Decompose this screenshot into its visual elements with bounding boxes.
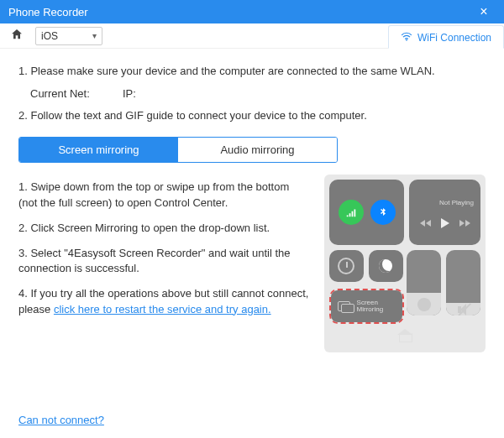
tab-audio-mirroring[interactable]: Audio mirroring — [178, 138, 337, 162]
instruction-1: 1. Swipe down from the top or swipe up f… — [18, 180, 311, 210]
network-row: Current Net: IP: — [30, 87, 486, 100]
device-select-value: iOS — [41, 30, 58, 42]
content: 1. Please make sure your device and the … — [0, 49, 504, 438]
current-net-label: Current Net: — [30, 87, 97, 100]
instruction-4: 4. If you try all the operations above b… — [18, 286, 311, 316]
mute-icon — [458, 304, 470, 315]
wifi-tab-label: WiFi Connection — [417, 32, 491, 44]
instruction-2: 2. Click Screen Mirroring to open the dr… — [18, 221, 311, 236]
home-indicator-icon — [397, 329, 412, 342]
device-select[interactable]: iOS ▾ — [35, 27, 102, 45]
window-title: Phone Recorder — [8, 6, 472, 18]
wifi-icon — [401, 31, 412, 44]
titlebar: Phone Recorder × — [0, 0, 504, 23]
home-icon[interactable] — [7, 28, 27, 44]
tab-wifi-connection[interactable]: WiFi Connection — [388, 25, 504, 49]
play-icon — [441, 218, 449, 228]
instructions-column: 1. Swipe down from the top or swipe up f… — [18, 175, 311, 326]
chevron-down-icon: ▾ — [92, 31, 97, 40]
cc-connectivity-tile — [329, 180, 404, 245]
prev-track-icon — [420, 220, 431, 227]
ip-label: IP: — [123, 87, 190, 100]
cc-screen-mirroring-highlight: Screen Mirroring — [329, 289, 404, 324]
toolbar: iOS ▾ WiFi Connection — [0, 23, 504, 49]
close-icon[interactable]: × — [472, 4, 496, 19]
mirroring-tabs: Screen mirroring Audio mirroring — [18, 137, 338, 163]
cc-media-tile: Not Playing — [409, 180, 480, 245]
svg-point-0 — [406, 39, 407, 41]
control-center-preview: Not Playing — [324, 175, 486, 352]
cannot-connect-link[interactable]: Can not connect? — [18, 414, 104, 426]
restart-service-link[interactable]: click here to restart the service and tr… — [54, 303, 271, 315]
not-playing-label: Not Playing — [439, 199, 474, 206]
next-track-icon — [459, 220, 470, 227]
screen-mirroring-label: Screen Mirroring — [357, 300, 396, 315]
bluetooth-icon — [370, 200, 396, 225]
tab-screen-mirroring[interactable]: Screen mirroring — [19, 138, 178, 162]
instruction-3: 3. Select "4Easysoft Screen Recorder" an… — [18, 246, 311, 276]
step-2-text: 2. Follow the text and GIF guide to conn… — [18, 108, 486, 123]
cc-screen-mirroring-tile: Screen Mirroring — [331, 290, 402, 322]
cellular-icon — [339, 200, 364, 225]
screen-mirroring-icon — [338, 301, 350, 311]
step-1-text: 1. Please make sure your device and the … — [18, 64, 486, 79]
